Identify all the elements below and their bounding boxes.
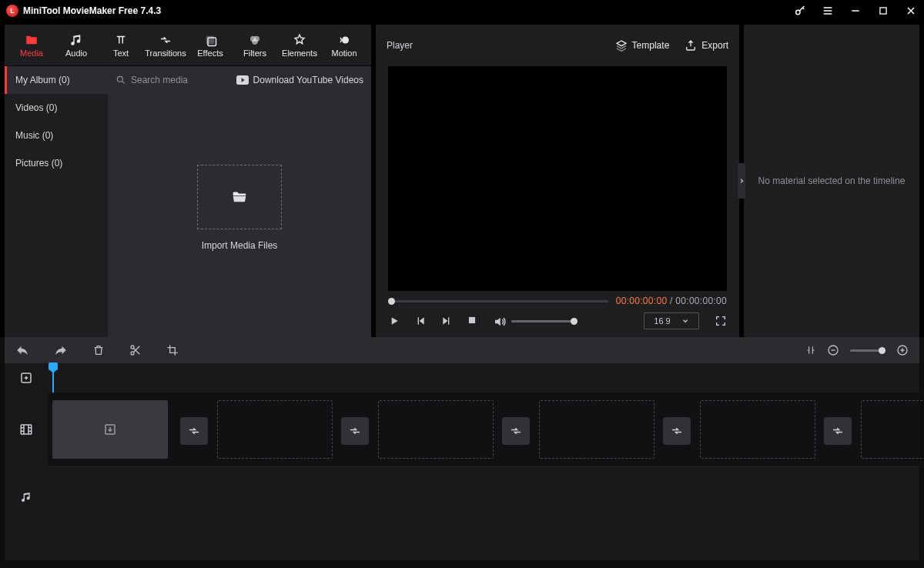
tab-text[interactable]: Text: [99, 25, 143, 65]
prev-frame-button[interactable]: [414, 315, 427, 327]
download-youtube-button[interactable]: Download YouTube Videos: [236, 75, 363, 85]
chevron-down-icon: [681, 317, 689, 325]
player-title: Player: [387, 40, 413, 51]
seek-slider[interactable]: [388, 300, 608, 302]
export-button[interactable]: Export: [685, 39, 728, 52]
import-zone: Import Media Files: [108, 94, 371, 337]
filters-icon: [247, 33, 263, 47]
fit-zoom-button[interactable]: [805, 344, 816, 356]
next-frame-button[interactable]: [440, 315, 453, 327]
tab-effects-label: Effects: [197, 48, 223, 58]
tab-motion-label: Motion: [331, 48, 357, 58]
player-viewport[interactable]: [388, 66, 727, 291]
export-label: Export: [701, 40, 728, 51]
tab-filters[interactable]: Filters: [233, 25, 277, 65]
music-note-icon: [20, 491, 32, 503]
swap-icon: [509, 424, 523, 438]
tab-effects[interactable]: Effects: [188, 25, 233, 65]
clip-slot[interactable]: [700, 400, 815, 459]
sidebar-item-label: Pictures (0): [15, 158, 62, 169]
activate-key-icon[interactable]: [793, 4, 807, 18]
aspect-ratio-select[interactable]: 16 9: [644, 312, 699, 329]
properties-panel: No material selected on the timeline: [744, 25, 919, 337]
transition-slot[interactable]: [824, 417, 852, 445]
svg-rect-16: [21, 425, 32, 434]
undo-button[interactable]: [15, 343, 29, 357]
library-body: My Album (0) Videos (0) Music (0) Pictur…: [5, 66, 371, 337]
transition-slot[interactable]: [663, 417, 691, 445]
player-timecode: 00:00:00:00 / 00:00:00:00: [616, 296, 727, 306]
library-tools: Search media Download YouTube Videos: [108, 66, 371, 94]
zoom-in-button[interactable]: [896, 344, 909, 356]
clip-slot[interactable]: [539, 400, 654, 459]
aspect-ratio-value: 16 9: [654, 316, 670, 326]
audio-track[interactable]: [48, 466, 919, 528]
transition-slot[interactable]: [180, 417, 208, 445]
import-label: Import Media Files: [202, 240, 278, 251]
audio-track-header[interactable]: [5, 466, 48, 528]
fullscreen-button[interactable]: [715, 315, 727, 327]
svg-point-6: [252, 38, 258, 45]
elements-icon: [292, 33, 307, 47]
swap-icon: [670, 424, 684, 438]
tab-elements[interactable]: Elements: [277, 25, 322, 65]
film-icon: [19, 423, 33, 436]
svg-point-12: [131, 352, 134, 355]
library-tabbar: Media Audio Text Transitions Effects Fil…: [5, 25, 371, 66]
crop-button[interactable]: [166, 344, 179, 356]
sidebar-item-myalbum[interactable]: My Album (0): [5, 66, 108, 94]
download-clip-icon: [103, 423, 117, 436]
swap-icon: [831, 424, 845, 438]
clip-slot[interactable]: [52, 400, 168, 459]
sidebar-item-pictures[interactable]: Pictures (0): [5, 149, 108, 177]
template-icon: [615, 39, 628, 52]
svg-rect-1: [880, 8, 886, 14]
tab-media[interactable]: Media: [9, 25, 54, 65]
search-placeholder: Search media: [131, 75, 188, 85]
collapse-properties-button[interactable]: [738, 163, 745, 199]
hamburger-menu-icon[interactable]: [821, 4, 835, 18]
split-button[interactable]: [129, 344, 142, 356]
media-library-panel: Media Audio Text Transitions Effects Fil…: [5, 25, 371, 337]
import-dropzone[interactable]: [197, 165, 282, 229]
zoom-out-button[interactable]: [827, 344, 839, 356]
timeline-ruler[interactable]: [48, 363, 919, 393]
clip-slot[interactable]: [861, 400, 924, 459]
folder-icon: [24, 33, 39, 47]
tab-transitions[interactable]: Transitions: [143, 25, 188, 65]
volume-button[interactable]: [493, 315, 505, 327]
clip-slot[interactable]: [378, 400, 494, 459]
transition-slot[interactable]: [341, 417, 369, 445]
add-track-button[interactable]: [5, 363, 48, 393]
search-input[interactable]: Search media: [116, 75, 188, 85]
maximize-icon[interactable]: [876, 4, 890, 18]
stop-button[interactable]: [467, 315, 479, 327]
sidebar-item-music[interactable]: Music (0): [5, 122, 108, 149]
zoom-slider[interactable]: [850, 349, 886, 352]
delete-button[interactable]: [92, 344, 105, 356]
svg-point-0: [796, 10, 800, 14]
svg-rect-10: [469, 317, 475, 323]
video-track[interactable]: [48, 393, 919, 466]
minimize-icon[interactable]: [849, 4, 862, 18]
template-button[interactable]: Template: [615, 39, 670, 52]
transition-slot[interactable]: [502, 417, 530, 445]
tab-motion[interactable]: Motion: [322, 25, 367, 65]
total-time: 00:00:00:00: [675, 296, 727, 306]
library-sidebar: My Album (0) Videos (0) Music (0) Pictur…: [5, 66, 108, 337]
sidebar-item-videos[interactable]: Videos (0): [5, 94, 108, 122]
video-track-header[interactable]: [5, 393, 48, 466]
folder-open-icon: [229, 189, 249, 205]
tab-elements-label: Elements: [282, 48, 317, 58]
playhead[interactable]: [52, 363, 54, 393]
properties-empty-text: No material selected on the timeline: [758, 175, 906, 186]
clip-slot[interactable]: [217, 400, 333, 459]
text-icon: [113, 33, 129, 47]
tab-audio[interactable]: Audio: [54, 25, 99, 65]
redo-button[interactable]: [54, 343, 68, 357]
volume-slider[interactable]: [511, 320, 578, 322]
player-controls: 00:00:00:00 / 00:00:00:00 16 9: [376, 291, 739, 337]
play-button[interactable]: [388, 315, 400, 327]
svg-point-11: [131, 346, 134, 349]
close-icon[interactable]: [904, 4, 918, 18]
